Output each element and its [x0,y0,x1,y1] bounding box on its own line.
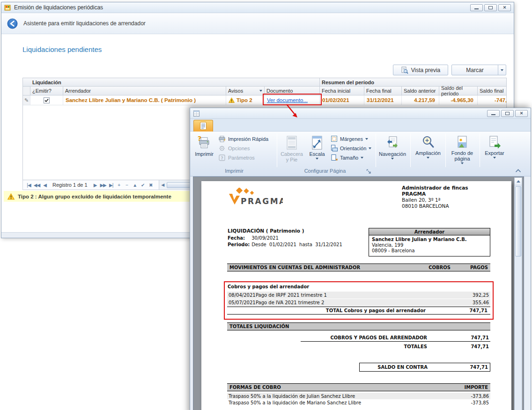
totales-row: COBROS Y PAGOS DEL ARRENDADOR 747,71 [301,334,490,342]
nav-edit-icon[interactable]: ▲ [131,183,139,188]
formas-header-bar: FORMAS DE COBRO IMPORTE [227,383,490,391]
scale-icon [311,135,323,150]
chevron-down-icon [391,158,394,160]
nav-prev-page-icon[interactable]: ◀◀ [33,183,41,188]
tab-print-preview[interactable] [193,120,213,132]
vscroll-thumb[interactable] [515,186,521,256]
chevron-down-icon [501,69,503,71]
nav-append-icon[interactable]: + [115,183,123,188]
navegacion-button[interactable]: Navegación [377,133,407,168]
cell-saldo-final[interactable]: -747,71 [478,95,507,105]
nav-next-page-icon[interactable]: ▶▶ [99,183,107,188]
margenes-button[interactable]: Márgenes [331,134,368,143]
impresion-rapida-button[interactable]: Impresión Rápida [218,134,268,143]
parameters-icon: ? [218,154,226,161]
orientacion-button[interactable]: Orientación [331,144,371,153]
svg-text:?: ? [221,155,223,160]
wizard-header: Asistente para emitir liquidaciones de a… [1,13,514,34]
app-icon [4,4,11,11]
export-icon [488,135,501,149]
col-saldo-periodo[interactable]: Saldo del período [439,87,478,95]
printer-icon: ? [197,135,211,150]
pragma-logo: PRAGMA [228,188,283,208]
back-button[interactable] [7,18,18,29]
col-arrendador[interactable]: Arrendador [63,87,226,95]
scroll-up-arrow[interactable] [515,178,522,185]
hscroll-left-icon[interactable]: ◀ [159,183,167,187]
marcar-label: Marcar [452,67,498,73]
dialog-launcher-icon[interactable] [366,169,372,175]
document-icon [200,122,207,130]
col-saldo-final[interactable]: Saldo final [478,87,507,95]
cell-emitir[interactable] [30,95,63,105]
nav-prev-icon[interactable]: ◀ [41,183,49,188]
warning-icon [229,97,235,103]
chevron-down-icon [365,138,368,140]
marcar-dropdown[interactable] [498,65,506,75]
marcar-button[interactable]: Marcar [451,65,506,75]
nav-first-icon[interactable]: |◀ [25,183,33,188]
band-liquidacion[interactable]: Liquidación [23,78,320,86]
close-button[interactable]: ✕ [515,110,528,117]
fondo-pagina-button[interactable]: Fondo de página [447,133,477,168]
close-button[interactable]: ✕ [498,4,511,11]
nav-cancel-icon[interactable]: ✖ [147,183,155,188]
col-fecha-final[interactable]: Fecha final [364,87,402,95]
cell-avisos[interactable]: Tipo 2 [226,95,265,105]
emitir-checkbox[interactable] [44,97,50,103]
page-size-icon [331,154,338,161]
saldo-en-contra-box: SALDO EN CONTRA 747,71 [359,363,490,372]
chevron-down-icon [316,158,318,160]
nav-last-icon[interactable]: ▶| [107,183,115,188]
col-avisos[interactable]: Avisos [226,87,265,95]
arrendador-box: Arrendador Sanchez Llibre Julian y Maria… [369,228,490,256]
header-indicator [23,87,30,95]
check-icon [44,98,49,103]
nav-endedit-icon[interactable]: ✔ [139,183,147,188]
exportar-button[interactable]: Exportar [481,133,508,168]
preview-window: ✕ ? Imprimir [190,108,531,410]
forma-cobro-row: Traspaso 50% a la liquidación de Mariano… [227,399,490,406]
opciones-button: Opciones [218,144,250,153]
annotation-box-cobros [224,281,494,320]
periodo-line: Periodo: Desde 01/02/2021 hasta 31/12/20… [228,242,342,247]
parametros-button: ? Parámetros [218,153,255,162]
avisos-filter-icon[interactable] [259,90,262,92]
preview-vscrollbar[interactable] [514,177,522,410]
maximize-button[interactable] [501,110,514,117]
imprimir-button[interactable]: ? Imprimir [193,133,215,168]
cabecera-pie-button: Cabecera y Pie [279,133,304,168]
ampliacion-button[interactable]: Ampliación [414,133,443,168]
report-icon [193,110,200,117]
warning-text: Tipo 2 : Algun grupo excluído de liquida… [18,194,171,199]
tamano-button[interactable]: Tamaño [331,153,363,162]
minimize-button[interactable] [470,4,483,11]
vista-previa-button[interactable]: Vista previa [393,65,448,75]
col-emitir[interactable]: ¿Emitir? [30,87,63,95]
zoom-magnifier-icon [421,135,435,149]
wizard-title: Asistente para emitir liquidaciones de a… [23,20,146,27]
group-label-imprimir: Imprimir [193,168,275,176]
header-footer-icon [286,135,298,150]
col-fecha-inicial[interactable]: Fecha inicial [320,87,364,95]
quick-print-icon [218,136,226,142]
nav-next-icon[interactable]: ▶ [91,183,99,188]
chevron-down-icon [493,157,496,159]
col-saldo-anterior[interactable]: Saldo anterior [402,87,439,95]
ribbon-separator [480,133,480,167]
maximize-button[interactable] [484,4,497,11]
cell-saldo-anterior[interactable]: 4.217,59 [402,95,439,105]
cell-saldo-periodo[interactable]: -4.965,30 [439,95,478,105]
ribbon-separator [376,133,376,167]
nav-delete-icon[interactable]: − [123,183,131,188]
arrendador-name: Sanchez Llibre Julian y Mariano C.B. [372,237,487,242]
minimize-button[interactable] [487,110,500,117]
cell-fecha-final[interactable]: 31/12/2021 [364,95,402,105]
main-titlebar: Emisión de liquidaciones periódicas ✕ [1,2,514,13]
page-title: Liquidaciones pendientes [22,45,102,53]
escala-button[interactable]: Escala [306,133,328,168]
cell-fecha-inicial[interactable]: 01/02/2021 [320,95,364,105]
cell-arrendador[interactable]: Sanchez Llibre Julian y Mariano C.B. ( P… [63,95,226,105]
ribbon-collapse-chevron-icon[interactable] [515,169,523,176]
band-resumen[interactable]: Resumen del período [320,78,507,86]
